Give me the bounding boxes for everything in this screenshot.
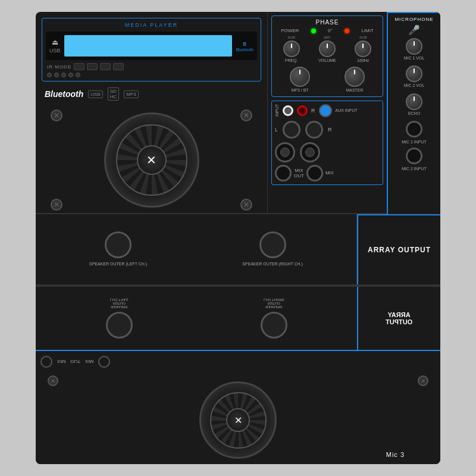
mic1-vol-container: MIC 1 VOL — [404, 38, 425, 61]
led-red — [345, 29, 349, 33]
led-green — [311, 29, 316, 33]
speaker-jack-right[interactable] — [259, 231, 286, 258]
echo-container: ECHO — [406, 93, 422, 116]
ir-mode-row: IR MODE — [46, 63, 257, 70]
bottom-fan: ✕ — [199, 381, 277, 459]
sub-left-label: SUB — [288, 36, 295, 39]
echo-knob[interactable] — [406, 93, 422, 110]
bottom-speaker-left-label: SPEAKEROUTER(LEFT CH.) — [110, 298, 129, 309]
quarter-jack-right[interactable] — [305, 121, 323, 139]
bottom-array-left: SPEAKEROUTER(LEFT CH.) SPEAKEROUTER(RIGH… — [36, 287, 357, 350]
bottom-screw-tr: ✕ — [418, 375, 428, 386]
prev-btn[interactable] — [74, 63, 84, 70]
master-label: MASTER — [346, 88, 363, 93]
mic-knob-section: MIC 1 VOL MIC 2 VOL ECHO MIC 1 INPUT MIC… — [390, 38, 438, 171]
phase-title: PHASE — [275, 19, 380, 26]
microphone-icon: 🎤 — [390, 24, 438, 36]
mp3-format-icon: MP3 — [124, 90, 138, 98]
master-knob[interactable] — [345, 67, 365, 87]
mix-out-jack-right[interactable] — [306, 165, 323, 181]
next-btn[interactable] — [87, 63, 98, 70]
fan-center: ✕ — [137, 145, 167, 175]
mp3bt-knob[interactable] — [290, 67, 310, 87]
aux-input-jack[interactable] — [319, 104, 332, 117]
mic-input-jacks: MIC 1 INPUT MIC 2 INPUT — [402, 121, 427, 171]
sub-knob-right[interactable] — [355, 40, 371, 57]
play-btn[interactable] — [113, 63, 124, 70]
mic1-input-jack[interactable] — [406, 121, 422, 137]
sub-right-freq-label: 160Hz — [357, 58, 369, 63]
dot-5 — [76, 73, 80, 77]
sub-knob-left[interactable] — [283, 40, 300, 57]
screw-top-right: ✕ — [240, 109, 252, 121]
bottom-out-label: OUT — [70, 359, 80, 365]
sub-knob-left-container: SUB FREQ. — [283, 36, 300, 63]
phase-indicators-row: POWER 0° LIMIT — [275, 28, 380, 33]
array-right: ARRAY OUTPUT — [357, 214, 440, 284]
mic2-vol-knob[interactable] — [406, 65, 422, 82]
speaker-jack-left[interactable] — [105, 231, 131, 258]
ir-label: IR MODE — [47, 64, 71, 70]
dot-1 — [47, 73, 52, 77]
mic1-vol-knob[interactable] — [406, 38, 422, 55]
fan-area: ✕ ✕ ✕ ✕ ✕ — [42, 107, 261, 214]
speaker-outer-right-label: SPEAKER OUTER (RIGHT CH.) — [242, 261, 303, 267]
mix-out-row: MIX OUT MIX — [275, 165, 380, 181]
freq-label: FREQ. — [285, 58, 298, 63]
bottom-fan-area: ✕ ✕ ✕ — [36, 372, 440, 464]
bottom-screw-tl: ✕ — [48, 375, 58, 386]
bluetooth-small-icon: ʙ — [243, 40, 246, 48]
speaker-left-section: SPEAKER OUTER (LEFT CH.) — [89, 231, 147, 267]
bottom-array-label: ARRAYOUTPUT — [386, 311, 412, 325]
repeat-btn[interactable] — [100, 63, 111, 70]
bottom-speaker-right-label: SPEAKEROUTER(RIGHT CH.) — [264, 298, 284, 309]
mic2-input-jack[interactable] — [406, 148, 422, 164]
bluetooth-text: Bluetooth — [45, 89, 83, 99]
media-player-inner: ⏏ USB ʙ Bluetooth — [46, 32, 257, 60]
bluetooth-format-row: Bluetooth USB SDHC MP3 — [42, 87, 261, 101]
mix-out-jack-left[interactable] — [275, 165, 292, 181]
phase-section: PHASE POWER 0° LIMIT SUB FREQ. 180° — [271, 15, 383, 97]
quarter-jack-left[interactable] — [283, 121, 300, 139]
rca-white-jack[interactable] — [283, 105, 293, 116]
bluetooth-small-label: Bluetooth — [236, 48, 253, 52]
r-label-2: R — [328, 127, 332, 133]
dot-2 — [54, 73, 59, 77]
quarter-inch-row: L R — [275, 121, 380, 139]
mic2-input-label: MIC 2 INPUT — [402, 167, 427, 171]
rca-red-jack[interactable] — [297, 105, 308, 116]
controls-panel: PHASE POWER 0° LIMIT SUB FREQ. 180° — [268, 12, 387, 213]
fan: ✕ — [104, 112, 199, 208]
phase180-knob[interactable] — [319, 40, 336, 57]
rca-inputs-row: INPUT R AUX INPUT — [275, 104, 380, 117]
master-knob-container: MASTER — [345, 67, 365, 93]
r-label: R — [311, 108, 315, 114]
display-screen — [64, 35, 233, 57]
out-label: OUT — [294, 173, 304, 178]
bottom-speaker-jack-left[interactable] — [106, 312, 133, 339]
mic2-vol-label: MIC 2 VOL — [404, 83, 425, 88]
top-section: MEDIA PLAYER ⏏ USB ʙ Bluetooth IR MODE — [36, 12, 440, 214]
sub-right-label: SUB — [359, 36, 367, 39]
power-label: POWER — [281, 28, 299, 33]
bottom-speaker-jack-right[interactable] — [261, 312, 287, 339]
xlr-jack-right[interactable] — [300, 142, 320, 162]
dot-4 — [68, 73, 73, 77]
bottom-mix-row: MIX OUT MIX — [36, 351, 440, 372]
mic2-vol-container: MIC 2 VOL — [404, 65, 425, 88]
microphone-title: MICROPHONE — [390, 17, 438, 22]
screw-bottom-left: ✕ — [51, 199, 62, 211]
phase180-knob-container: 180° VOLUME — [318, 36, 336, 63]
mic3-label: Mic 3 — [386, 451, 405, 458]
aux-input-label: AUX INPUT — [336, 108, 358, 113]
transport-dots — [46, 73, 257, 77]
volume-label: VOLUME — [318, 58, 336, 63]
xlr-jack-left[interactable] — [275, 142, 295, 162]
screw-bottom-right: ✕ — [240, 199, 252, 211]
bottom-fan-inner: ✕ — [210, 392, 267, 449]
screw-top-left: ✕ — [51, 109, 62, 121]
bottom-fan-center: ✕ — [226, 408, 250, 432]
mix-right-label: MIX — [325, 170, 334, 176]
left-panel: MEDIA PLAYER ⏏ USB ʙ Bluetooth IR MODE — [36, 12, 268, 213]
zero-label: 0° — [328, 28, 333, 33]
